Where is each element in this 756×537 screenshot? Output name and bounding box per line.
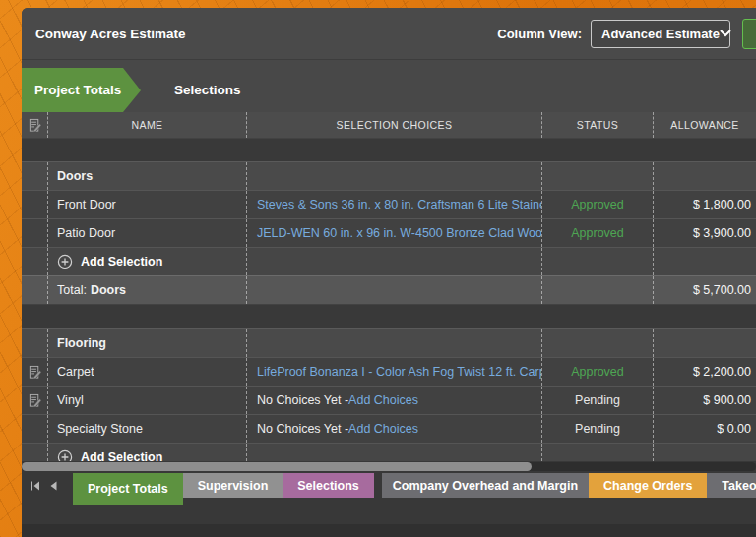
spacer-row xyxy=(22,138,756,161)
first-sheet-icon[interactable] xyxy=(30,480,41,492)
add-icon xyxy=(57,449,73,461)
allowance-value: $ 1,800.00 xyxy=(693,198,751,211)
sheet-tab-supervision[interactable]: Supervision xyxy=(183,473,284,498)
table-row: Carpet LifeProof Bonanza I - Color Ash F… xyxy=(22,357,756,386)
sheet-tab-takeoffs[interactable]: Takeoffs xyxy=(707,473,756,498)
edit-icon xyxy=(22,358,47,386)
status-badge: Pending xyxy=(575,422,620,436)
spacer-row xyxy=(22,304,756,328)
total-value: $ 5,700.00 xyxy=(693,283,751,297)
group-title: Doors xyxy=(47,162,246,190)
selection-choice-link[interactable]: JELD-WEN 60 in. x 96 in. W-4500 Bronze C… xyxy=(257,226,541,240)
no-choices-text: No Choices Yet - xyxy=(257,422,348,436)
column-view-select[interactable]: Advanced Estimate xyxy=(591,20,730,48)
add-selection-row: Add Selection xyxy=(22,443,756,461)
table-row: Front Door Steves & Sons 36 in. x 80 in.… xyxy=(22,190,756,218)
horizontal-scrollbar-thumb[interactable] xyxy=(22,462,532,471)
row-name: Front Door xyxy=(47,191,246,218)
table-row: Patio Door JELD-WEN 60 in. x 96 in. W-45… xyxy=(22,218,756,247)
page-title: Conway Acres Estimate xyxy=(22,27,186,41)
chevron-down-icon xyxy=(720,30,731,37)
estimate-window: Conway Acres Estimate Column View: Advan… xyxy=(22,8,756,537)
sheet-tab-selections[interactable]: Selections xyxy=(283,473,374,498)
horizontal-scrollbar xyxy=(22,461,756,472)
selections-grid: NAME SELECTION CHOICES STATUS ALLOWANCE … xyxy=(22,112,756,461)
sheet-tab-change-orders[interactable]: Change Orders xyxy=(589,473,707,498)
row-name: Carpet xyxy=(47,358,246,386)
total-label: Total: xyxy=(57,283,87,297)
allowance-value: $ 900.00 xyxy=(703,393,751,407)
add-selection-button[interactable]: Add Selection xyxy=(57,254,162,269)
selection-choice-link[interactable]: LifeProof Bonanza I - Color Ash Fog Twis… xyxy=(257,365,541,379)
edit-icon[interactable] xyxy=(22,112,47,138)
add-selection-row: Add Selection xyxy=(22,247,756,275)
selection-choice-link[interactable]: Steves & Sons 36 in. x 80 in. Craftsman … xyxy=(257,198,541,211)
allowance-value: $ 0.00 xyxy=(717,422,751,436)
column-header-allowance[interactable]: ALLOWANCE xyxy=(653,112,756,138)
status-badge: Pending xyxy=(575,393,620,407)
column-view-controls: Column View: Advanced Estimate xyxy=(497,8,756,59)
no-choices-text: No Choices Yet - xyxy=(257,393,348,407)
breadcrumb-tab-strip: Project Totals Selections xyxy=(22,60,756,112)
row-name: Vinyl xyxy=(47,387,246,414)
allowance-value: $ 3,900.00 xyxy=(693,226,751,240)
column-header-name[interactable]: NAME xyxy=(47,112,246,138)
column-header-status[interactable]: STATUS xyxy=(541,112,653,138)
desktop-background: Conway Acres Estimate Column View: Advan… xyxy=(0,0,756,537)
column-header-selection-choices[interactable]: SELECTION CHOICES xyxy=(246,112,541,138)
column-view-label: Column View: xyxy=(497,27,582,41)
column-view-value: Advanced Estimate xyxy=(601,27,720,41)
allowance-value: $ 2,200.00 xyxy=(693,365,751,379)
title-bar: Conway Acres Estimate Column View: Advan… xyxy=(22,8,756,60)
group-header-doors: Doors xyxy=(22,161,756,190)
status-badge: Approved xyxy=(571,365,624,379)
add-selection-button[interactable]: Add Selection xyxy=(57,449,162,461)
grid-header-row: NAME SELECTION CHOICES STATUS ALLOWANCE xyxy=(22,112,756,138)
previous-sheet-icon[interactable] xyxy=(47,480,59,492)
status-badge: Approved xyxy=(571,226,624,240)
sheet-tab-company-overhead[interactable]: Company Overhead and Margin xyxy=(382,473,589,498)
group-header-flooring: Flooring xyxy=(22,328,756,357)
group-total-row: Total:Doors $ 5,700.00 xyxy=(22,275,756,304)
total-group-name: Doors xyxy=(91,283,126,297)
save-button[interactable] xyxy=(742,19,756,49)
table-row: Vinyl No Choices Yet - Add Choices Pendi… xyxy=(22,386,756,414)
tab-project-totals[interactable]: Project Totals xyxy=(22,68,123,112)
add-choices-link[interactable]: Add Choices xyxy=(348,422,418,436)
sheet-tab-bar: Project Totals Supervision Selections Co… xyxy=(22,472,756,537)
sheet-tab-project-totals[interactable]: Project Totals xyxy=(73,473,183,505)
row-name: Patio Door xyxy=(47,219,246,247)
add-icon xyxy=(57,254,73,269)
edit-icon xyxy=(22,387,47,414)
add-choices-link[interactable]: Add Choices xyxy=(348,393,418,407)
tab-selections[interactable]: Selections xyxy=(162,68,253,112)
row-name: Specialty Stone xyxy=(47,415,246,443)
table-row: Specialty Stone No Choices Yet - Add Cho… xyxy=(22,414,756,443)
group-title: Flooring xyxy=(47,329,246,357)
status-badge: Approved xyxy=(571,198,624,211)
